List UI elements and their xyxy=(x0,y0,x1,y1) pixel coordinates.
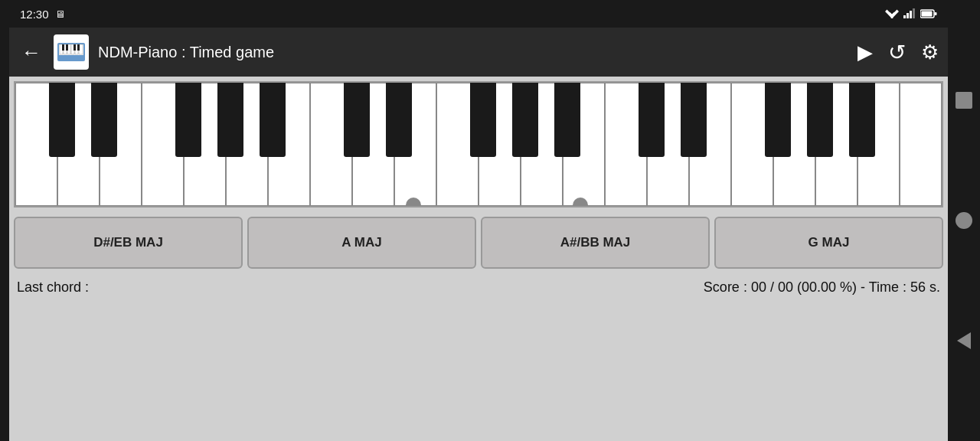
side-panel-left xyxy=(0,0,9,441)
white-key-4[interactable] xyxy=(184,83,226,206)
settings-button[interactable]: ⚙ xyxy=(921,41,939,64)
white-key-10[interactable] xyxy=(436,83,479,206)
svg-rect-21 xyxy=(77,44,80,51)
white-key-13[interactable] xyxy=(563,83,605,206)
side-panel-right xyxy=(948,0,980,441)
chord-button-0[interactable]: D#/EB MAJ xyxy=(14,217,243,269)
status-bar: 12:30 🖥 xyxy=(9,0,948,28)
notification-icon: 🖥 xyxy=(55,8,65,20)
bottom-status: Last chord : Score : 00 / 00 (00.00 %) -… xyxy=(9,273,948,299)
white-key-0[interactable] xyxy=(15,83,57,206)
white-key-8[interactable] xyxy=(352,83,394,206)
signal-icon xyxy=(903,8,916,21)
white-key-20[interactable] xyxy=(858,83,900,206)
right-triangle-icon xyxy=(957,332,971,349)
chord-button-1[interactable]: A MAJ xyxy=(247,217,476,269)
time-display: 12:30 xyxy=(20,8,49,21)
battery-icon xyxy=(920,8,937,21)
score-display: Score : 00 / 00 (00.00 %) - Time : 56 s. xyxy=(704,279,940,296)
svg-rect-20 xyxy=(74,44,76,51)
main-content: 12:30 🖥 xyxy=(9,0,948,441)
top-bar: ← NDM-Piano : Timed game ▶ xyxy=(9,28,948,77)
right-square-icon xyxy=(956,92,972,109)
svg-rect-8 xyxy=(922,11,933,16)
chord-buttons-container: D#/EB MAJ A MAJ A#/BB MAJ G MAJ xyxy=(9,212,948,273)
white-key-17[interactable] xyxy=(731,83,773,206)
white-key-18[interactable] xyxy=(773,83,815,206)
white-key-19[interactable] xyxy=(815,83,858,206)
svg-rect-9 xyxy=(935,12,937,15)
white-key-21[interactable] xyxy=(900,83,942,206)
last-chord-label: Last chord : xyxy=(17,279,89,296)
refresh-button[interactable]: ↺ xyxy=(888,40,906,65)
chord-button-3[interactable]: G MAJ xyxy=(714,217,943,269)
app-icon xyxy=(54,34,89,70)
white-key-15[interactable] xyxy=(647,83,689,206)
chord-button-2[interactable]: A#/BB MAJ xyxy=(481,217,710,269)
right-circle-icon xyxy=(956,212,972,229)
svg-rect-18 xyxy=(62,44,64,51)
piano-dot-1 xyxy=(406,198,421,207)
piano-container[interactable] xyxy=(14,81,943,207)
white-key-11[interactable] xyxy=(479,83,521,206)
svg-rect-5 xyxy=(910,11,912,18)
top-bar-actions: ▶ ↺ ⚙ xyxy=(858,40,939,65)
white-key-12[interactable] xyxy=(521,83,563,206)
white-key-1[interactable] xyxy=(57,83,100,206)
white-key-14[interactable] xyxy=(605,83,647,206)
white-key-9[interactable] xyxy=(394,83,436,206)
app-title: NDM-Piano : Timed game xyxy=(98,44,848,61)
play-button[interactable]: ▶ xyxy=(858,41,873,64)
svg-rect-6 xyxy=(913,8,915,18)
piano-keys xyxy=(15,83,942,206)
white-key-6[interactable] xyxy=(268,83,310,206)
white-key-2[interactable] xyxy=(100,83,142,206)
back-button[interactable]: ← xyxy=(18,38,44,67)
svg-rect-19 xyxy=(66,44,68,51)
svg-rect-4 xyxy=(906,13,909,18)
white-key-16[interactable] xyxy=(689,83,731,206)
svg-rect-3 xyxy=(903,15,906,18)
wifi-icon xyxy=(885,8,899,21)
white-key-5[interactable] xyxy=(226,83,268,206)
piano-dot-2 xyxy=(573,198,588,207)
white-key-7[interactable] xyxy=(310,83,352,206)
white-key-3[interactable] xyxy=(142,83,184,206)
